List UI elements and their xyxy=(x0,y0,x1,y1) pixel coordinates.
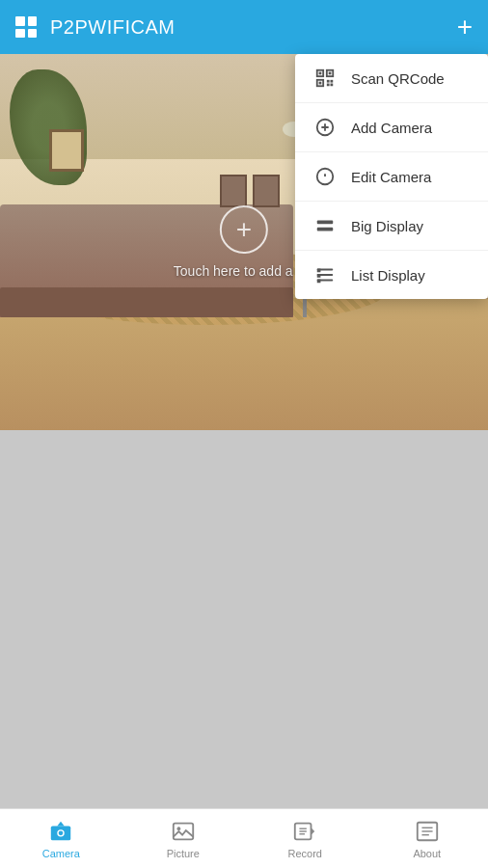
menu-item-list-display[interactable]: List Display xyxy=(295,251,488,299)
add-circle-icon xyxy=(314,117,336,138)
svg-rect-7 xyxy=(327,80,330,83)
menu-item-edit-camera[interactable]: Edit Camera xyxy=(295,152,488,202)
svg-rect-22 xyxy=(317,269,321,273)
menu-label-edit-camera: Edit Camera xyxy=(351,169,431,185)
svg-point-30 xyxy=(176,827,180,830)
big-display-icon xyxy=(314,215,336,236)
app-title: P2PWIFICAM xyxy=(50,16,175,39)
touch-add-overlay[interactable]: + Touch here to add a c... xyxy=(174,205,314,279)
touch-add-label: Touch here to add a c... xyxy=(174,263,314,279)
menu-item-scan-qr[interactable]: Scan QRCode xyxy=(295,54,488,103)
nav-item-picture[interactable]: Picture xyxy=(122,809,245,868)
nav-label-about: About xyxy=(413,848,441,859)
dropdown-menu: Scan QRCode Add Camera Edit Camera xyxy=(295,54,488,299)
nav-label-camera: Camera xyxy=(42,848,80,859)
svg-rect-18 xyxy=(317,228,334,231)
empty-content-area xyxy=(0,430,488,808)
qr-icon xyxy=(314,68,336,89)
svg-marker-32 xyxy=(312,827,315,834)
add-circle-button[interactable]: + xyxy=(220,205,268,254)
menu-label-list-display: List Display xyxy=(351,267,425,284)
svg-rect-24 xyxy=(317,280,321,284)
menu-label-add-camera: Add Camera xyxy=(351,120,432,136)
room-sofa-back xyxy=(0,287,293,317)
nav-label-record: Record xyxy=(288,848,322,859)
svg-rect-9 xyxy=(327,84,330,87)
edit-icon xyxy=(314,166,336,187)
room-frame-2 xyxy=(253,175,280,207)
menu-item-big-display[interactable]: Big Display xyxy=(295,202,488,251)
add-button[interactable]: + xyxy=(457,14,473,41)
list-display-icon xyxy=(314,264,336,285)
svg-rect-10 xyxy=(331,84,334,87)
menu-label-big-display: Big Display xyxy=(351,218,423,234)
plus-icon-large: + xyxy=(236,214,252,245)
svg-rect-8 xyxy=(331,80,334,83)
svg-rect-5 xyxy=(319,82,322,85)
svg-rect-23 xyxy=(317,274,321,278)
svg-rect-3 xyxy=(319,72,322,75)
app-header: P2PWIFICAM + xyxy=(0,0,488,54)
menu-label-scan-qr: Scan QRCode xyxy=(351,70,445,87)
bottom-navigation: Camera Picture Record About xyxy=(0,808,488,868)
svg-marker-26 xyxy=(58,821,65,826)
svg-rect-29 xyxy=(174,823,193,839)
menu-item-add-camera[interactable]: Add Camera xyxy=(295,103,488,152)
grid-icon[interactable] xyxy=(15,16,37,38)
nav-item-record[interactable]: Record xyxy=(244,809,366,868)
room-frames xyxy=(220,175,280,207)
svg-point-28 xyxy=(59,830,64,835)
svg-rect-17 xyxy=(317,221,334,225)
about-nav-icon xyxy=(415,819,440,844)
nav-item-camera[interactable]: Camera xyxy=(0,809,122,868)
nav-label-picture: Picture xyxy=(167,848,200,859)
nav-item-about[interactable]: About xyxy=(366,809,489,868)
header-left: P2PWIFICAM xyxy=(15,16,175,39)
record-nav-icon xyxy=(292,819,317,844)
room-frame-1 xyxy=(220,175,247,207)
svg-rect-4 xyxy=(329,72,332,75)
camera-nav-icon xyxy=(48,819,73,844)
picture-nav-icon xyxy=(171,819,196,844)
room-frame-big xyxy=(49,129,84,172)
